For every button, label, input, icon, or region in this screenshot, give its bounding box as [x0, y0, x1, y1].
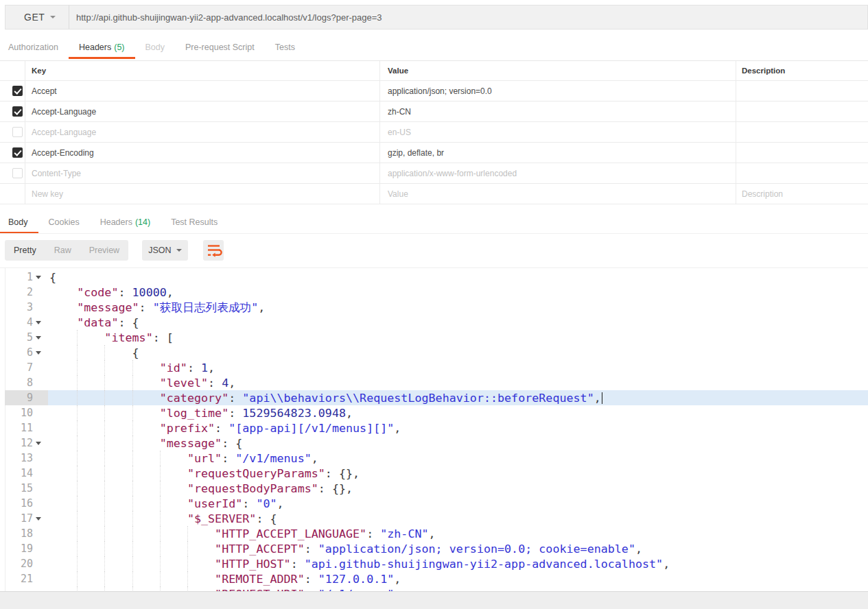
code-text: "category": "api\\behaviors\\RequestLogB…	[0, 391, 602, 405]
code-line: 8"level": 4,	[0, 375, 868, 390]
format-dropdown[interactable]: JSON	[142, 240, 188, 261]
checkbox-cell	[0, 122, 25, 142]
code-line: 13"url": "/v1/menus",	[0, 451, 868, 466]
chevron-down-icon	[176, 249, 182, 252]
headers-table-header: KeyValueDescription	[0, 61, 868, 81]
column-header-key: Key	[25, 61, 380, 80]
value-cell[interactable]: application/x-www-form-urlencoded	[388, 169, 517, 178]
value-cell[interactable]: gzip, deflate, br	[388, 148, 444, 158]
code-line: 5"items": [	[0, 330, 868, 345]
url-input[interactable]: http://api.github-shuijingwan-yii2-app-a…	[69, 5, 867, 29]
checkbox-cell	[0, 81, 25, 101]
row-checkbox[interactable]	[12, 86, 23, 96]
code-text: {	[0, 346, 139, 359]
tab-count: (14)	[135, 217, 150, 227]
wrap-text-button[interactable]	[203, 240, 224, 261]
code-text: "prefix": "[app-api][/v1/menus][]",	[0, 421, 401, 435]
header-row: Content-Typeapplication/x-www-form-urlen…	[0, 163, 868, 184]
header-cell-empty	[0, 61, 25, 80]
method-selector[interactable]: GET	[5, 5, 69, 29]
value-cell[interactable]: application/json; version=0.0	[388, 86, 492, 96]
wrap-text-icon	[203, 240, 224, 261]
key-cell[interactable]: Accept-Language	[32, 128, 96, 137]
value-cell[interactable]: zh-CN	[388, 107, 411, 117]
description-cell[interactable]: Description	[742, 189, 783, 199]
method-label: GET	[24, 12, 45, 23]
code-line: 9"category": "api\\behaviors\\RequestLog…	[0, 390, 868, 405]
code-text: "message": {	[0, 436, 242, 450]
response-tab-test-results[interactable]: Test Results	[161, 213, 228, 234]
code-line: 12"message": {	[0, 435, 868, 451]
code-line: 21"REMOTE_ADDR": "127.0.0.1",	[0, 571, 868, 586]
tab-label: Headers	[79, 43, 111, 52]
tab-label: Body	[8, 217, 28, 227]
tab-tests[interactable]: Tests	[265, 38, 305, 59]
code-text: "HTTP_ACCEPT_LANGUAGE": "zh-CN",	[0, 527, 436, 540]
response-tab-cookies[interactable]: Cookies	[38, 213, 90, 234]
tab-body[interactable]: Body	[135, 38, 176, 59]
header-row: Acceptapplication/json; version=0.0	[0, 81, 868, 102]
code-text: "code": 10000,	[0, 285, 174, 299]
row-checkbox[interactable]	[12, 168, 23, 178]
request-tabs: AuthorizationHeaders(5)BodyPre-request S…	[0, 38, 305, 59]
code-text: "requestBodyParams": {},	[0, 481, 353, 495]
chevron-down-icon	[50, 16, 56, 19]
tab-label: Test Results	[171, 217, 218, 227]
column-header-value: Value	[380, 61, 736, 80]
key-cell[interactable]: Content-Type	[32, 169, 81, 178]
code-text: "url": "/v1/menus",	[0, 451, 318, 465]
code-text: "items": [	[0, 331, 174, 344]
code-line: 1{	[0, 270, 868, 285]
code-text: "$_SERVER": {	[0, 512, 277, 525]
code-line: 17"$_SERVER": {	[0, 511, 868, 526]
key-cell[interactable]: Accept	[32, 86, 57, 96]
row-checkbox[interactable]	[12, 147, 23, 158]
code-text: "log_time": 1529564823.0948,	[0, 406, 353, 420]
tab-authorization[interactable]: Authorization	[0, 38, 69, 59]
tab-count: (5)	[114, 43, 124, 52]
tab-label: Cookies	[49, 217, 80, 227]
checkbox-cell	[0, 143, 25, 163]
code-line: 20"HTTP_HOST": "api.github-shuijingwan-y…	[0, 556, 868, 571]
code-line: 16"userId": "0",	[0, 496, 868, 511]
response-tabs-divider	[0, 233, 868, 234]
code-line: 10"log_time": 1529564823.0948,	[0, 405, 868, 420]
row-checkbox[interactable]	[12, 127, 23, 137]
key-cell[interactable]: New key	[32, 189, 63, 199]
column-header-description: Description	[736, 61, 868, 80]
code-text: "HTTP_HOST": "api.github-shuijingwan-yii…	[0, 557, 670, 571]
view-mode-pretty[interactable]: Pretty	[5, 240, 45, 261]
code-line: 14"requestQueryParams": {},	[0, 466, 868, 481]
headers-table: KeyValueDescriptionAcceptapplication/jso…	[0, 60, 868, 204]
code-line: 11"prefix": "[app-api][/v1/menus][]",	[0, 420, 868, 435]
view-mode-preview[interactable]: Preview	[80, 240, 128, 261]
response-view-bar: PrettyRawPreview JSON	[5, 240, 224, 261]
code-line: 15"requestBodyParams": {},	[0, 481, 868, 496]
response-body-editor[interactable]: 1{2"code": 10000,3"message": "获取日志列表成功",…	[0, 267, 868, 591]
code-text: "HTTP_ACCEPT": "application/json; versio…	[0, 542, 642, 556]
view-mode-group: PrettyRawPreview	[5, 240, 128, 261]
code-text: "level": 4,	[0, 376, 235, 390]
code-line: 18"HTTP_ACCEPT_LANGUAGE": "zh-CN",	[0, 526, 868, 541]
response-tab-body[interactable]: Body	[0, 213, 38, 234]
code-text: "message": "获取日志列表成功",	[0, 300, 265, 314]
view-mode-raw[interactable]: Raw	[45, 240, 80, 261]
tab-label: Headers	[100, 217, 132, 227]
request-url-bar: GET http://api.github-shuijingwan-yii2-a…	[5, 5, 868, 29]
response-tabs: BodyCookiesHeaders(14)Test Results	[0, 213, 228, 234]
row-checkbox[interactable]	[12, 106, 23, 117]
value-cell[interactable]: en-US	[388, 128, 411, 137]
code-line: 3"message": "获取日志列表成功",	[0, 300, 868, 315]
code-text: "data": {	[0, 315, 139, 329]
tab-headers[interactable]: Headers(5)	[69, 38, 135, 59]
key-cell[interactable]: Accept-Encoding	[32, 148, 94, 158]
code-text: {	[0, 270, 56, 284]
code-text: "requestQueryParams": {},	[0, 466, 360, 480]
header-row: Accept-Encodinggzip, deflate, br	[0, 143, 868, 163]
response-tab-headers[interactable]: Headers(14)	[90, 213, 161, 234]
value-cell[interactable]: Value	[388, 189, 408, 199]
code-text: "REMOTE_ADDR": "127.0.0.1",	[0, 572, 401, 586]
key-cell[interactable]: Accept-Language	[32, 107, 96, 117]
tab-label: Authorization	[8, 43, 58, 52]
tab-pre-request-script[interactable]: Pre-request Script	[175, 38, 265, 59]
